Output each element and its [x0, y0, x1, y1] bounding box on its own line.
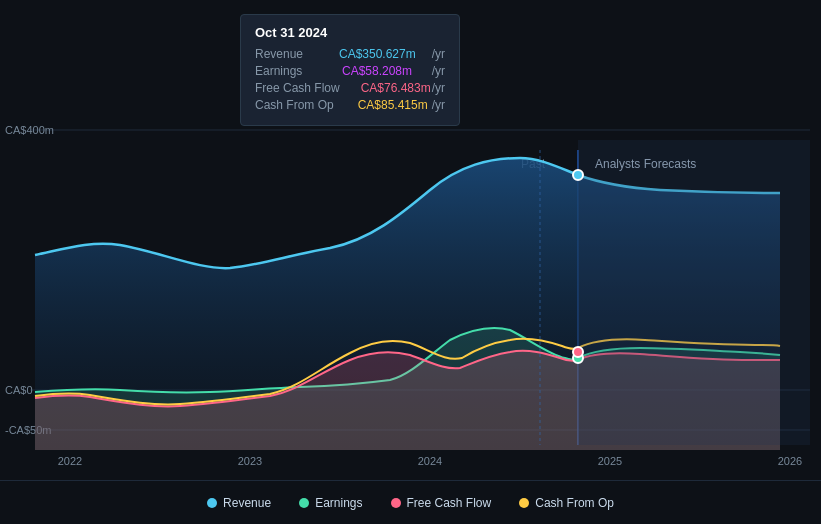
tooltip-fcf-label: Free Cash Flow — [255, 81, 340, 95]
tooltip-revenue-row: Revenue CA$350.627m /yr — [255, 47, 445, 61]
legend-item-fcf[interactable]: Free Cash Flow — [391, 496, 492, 510]
tooltip-cashop-value: CA$85.415m — [358, 98, 428, 112]
revenue-legend-label: Revenue — [223, 496, 271, 510]
x-label-2022: 2022 — [58, 455, 82, 467]
tooltip-fcf-unit: /yr — [432, 81, 445, 95]
tooltip-revenue-label: Revenue — [255, 47, 303, 61]
tooltip-earnings-label: Earnings — [255, 64, 302, 78]
cashop-legend-label: Cash From Op — [535, 496, 614, 510]
fcf-legend-label: Free Cash Flow — [407, 496, 492, 510]
x-label-2024: 2024 — [418, 455, 442, 467]
chart-legend: Revenue Earnings Free Cash Flow Cash Fro… — [0, 480, 821, 524]
fcf-dot — [573, 347, 583, 357]
earnings-legend-label: Earnings — [315, 496, 362, 510]
y-label-0: CA$0 — [5, 384, 33, 396]
tooltip-cashop-label: Cash From Op — [255, 98, 334, 112]
tooltip-revenue-unit: /yr — [432, 47, 445, 61]
legend-item-earnings[interactable]: Earnings — [299, 496, 362, 510]
fcf-legend-dot — [391, 498, 401, 508]
tooltip-fcf-value: CA$76.483m — [361, 81, 431, 95]
chart-container: CA$400m CA$0 -CA$50m 2022 2023 2024 2025… — [0, 0, 821, 524]
x-label-2023: 2023 — [238, 455, 262, 467]
tooltip-revenue-value: CA$350.627m — [339, 47, 416, 61]
revenue-dot — [573, 170, 583, 180]
cashop-legend-dot — [519, 498, 529, 508]
legend-item-cashop[interactable]: Cash From Op — [519, 496, 614, 510]
tooltip-fcf-row: Free Cash Flow CA$76.483m /yr — [255, 81, 445, 95]
tooltip-earnings-row: Earnings CA$58.208m /yr — [255, 64, 445, 78]
x-label-2026: 2026 — [778, 455, 802, 467]
legend-item-revenue[interactable]: Revenue — [207, 496, 271, 510]
tooltip-cashop-row: Cash From Op CA$85.415m /yr — [255, 98, 445, 112]
tooltip-cashop-unit: /yr — [432, 98, 445, 112]
tooltip-date: Oct 31 2024 — [255, 25, 445, 40]
svg-rect-5 — [578, 140, 810, 445]
y-label-400m: CA$400m — [5, 124, 54, 136]
tooltip-earnings-value: CA$58.208m — [342, 64, 412, 78]
tooltip: Oct 31 2024 Revenue CA$350.627m /yr Earn… — [240, 14, 460, 126]
tooltip-earnings-unit: /yr — [432, 64, 445, 78]
x-label-2025: 2025 — [598, 455, 622, 467]
revenue-legend-dot — [207, 498, 217, 508]
earnings-legend-dot — [299, 498, 309, 508]
